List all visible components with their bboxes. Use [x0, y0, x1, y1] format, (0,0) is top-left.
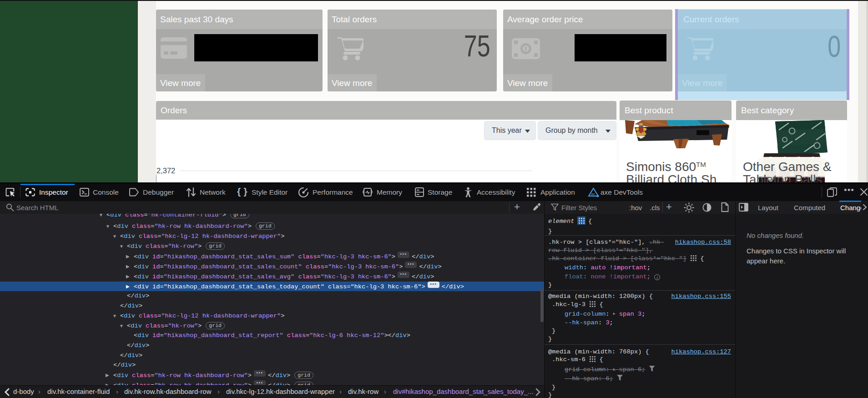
svg-text:ax: ax — [591, 192, 595, 196]
